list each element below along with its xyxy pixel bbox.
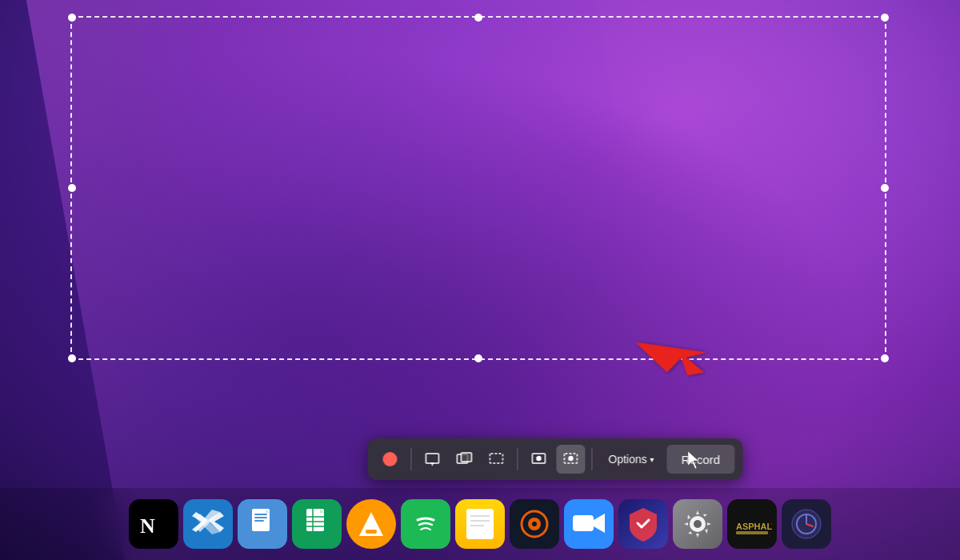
dock-item-notes[interactable] — [455, 499, 505, 549]
svg-text:N: N — [140, 514, 155, 538]
record-selection-button[interactable] — [556, 445, 585, 474]
options-label: Options — [608, 453, 646, 466]
record-button[interactable]: Record — [667, 445, 734, 474]
capture-fullscreen-button[interactable] — [418, 445, 446, 474]
svg-point-34 — [694, 520, 702, 528]
dock-item-bitdefender[interactable] — [618, 499, 668, 549]
dock-item-quicktime[interactable] — [782, 499, 831, 549]
capture-selection-button[interactable] — [482, 445, 510, 474]
dock-item-zoom[interactable] — [564, 499, 614, 549]
svg-rect-22 — [366, 530, 377, 534]
dock-item-asphalt[interactable]: ASPHALT — [727, 499, 777, 549]
svg-point-8 — [537, 457, 541, 461]
dock-item-vlc[interactable] — [346, 499, 396, 549]
dock-item-notion[interactable]: N — [129, 499, 178, 549]
svg-point-10 — [569, 457, 573, 461]
dock-item-vscode[interactable] — [183, 499, 233, 549]
close-button[interactable] — [375, 445, 404, 474]
screen-capture-toolbar: Options ▾ Record — [367, 438, 742, 480]
svg-point-30 — [532, 522, 537, 526]
svg-rect-5 — [461, 453, 471, 462]
dock-item-google-docs[interactable] — [238, 499, 287, 549]
capture-window-button[interactable] — [450, 445, 478, 474]
svg-rect-14 — [254, 517, 267, 518]
options-button[interactable]: Options ▾ — [598, 445, 663, 474]
svg-marker-32 — [594, 514, 605, 533]
dock-item-google-sheets[interactable] — [292, 499, 342, 549]
dock-item-system-preferences[interactable] — [673, 499, 722, 549]
dock-item-spotify[interactable] — [401, 499, 450, 549]
dock-item-davinci-resolve[interactable] — [510, 499, 559, 549]
toolbar-separator-3 — [591, 448, 592, 470]
svg-rect-6 — [490, 454, 502, 463]
svg-rect-36 — [736, 531, 768, 534]
svg-point-0 — [382, 452, 397, 466]
svg-text:ASPHALT: ASPHALT — [736, 522, 772, 531]
svg-rect-1 — [426, 454, 438, 463]
record-screen-button[interactable] — [524, 445, 553, 474]
toolbar-separator-1 — [410, 448, 411, 470]
svg-rect-24 — [466, 509, 494, 539]
svg-rect-13 — [254, 514, 267, 515]
toolbar-separator-2 — [517, 448, 518, 470]
macos-dock: N — [0, 488, 960, 560]
svg-rect-31 — [573, 515, 594, 531]
options-chevron-icon: ▾ — [650, 455, 654, 464]
svg-rect-15 — [254, 520, 264, 522]
